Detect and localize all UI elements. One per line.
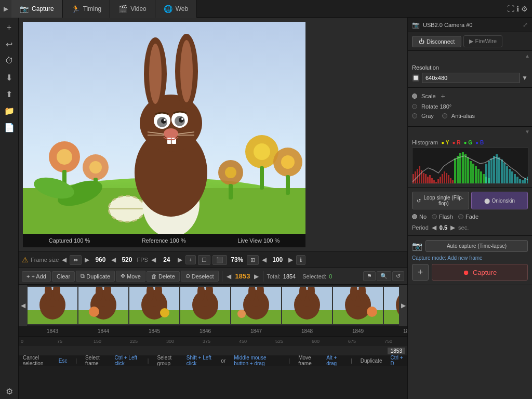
sidebar-timer-button[interactable]: ⏱ bbox=[2, 53, 17, 69]
frame-thumb-1845[interactable] bbox=[129, 286, 180, 325]
svg-point-30 bbox=[149, 44, 162, 104]
resolution-label: Resolution bbox=[412, 64, 528, 71]
status-move-key: Move frame bbox=[298, 355, 318, 366]
resolution-select[interactable]: 640x480 1280x720 1920x1080 bbox=[422, 73, 520, 83]
status-select-key: Select frame bbox=[85, 355, 106, 366]
move-button[interactable]: ✥ Move bbox=[116, 271, 145, 282]
delete-button[interactable]: 🗑 Delete bbox=[147, 271, 180, 282]
ruler-600: 600 bbox=[311, 339, 347, 344]
fps-decrease-button[interactable]: ◀ bbox=[150, 256, 157, 263]
svg-rect-149 bbox=[467, 157, 469, 184]
frame-thumb-1847[interactable] bbox=[231, 286, 282, 325]
tab-web[interactable]: 🌐 Web bbox=[155, 0, 197, 18]
period-decrease-button[interactable]: ◀ bbox=[432, 224, 436, 231]
extra-decrease-button[interactable]: ◀ bbox=[261, 256, 268, 263]
top-right-icons: ⛶ ℹ ⚙ bbox=[507, 5, 532, 13]
frame-thumb-1848[interactable] bbox=[282, 286, 332, 325]
svg-point-83 bbox=[237, 310, 246, 318]
tab-timing-label: Timing bbox=[83, 5, 102, 12]
panel-resize-icon[interactable]: ⤢ bbox=[523, 21, 528, 29]
svg-rect-143 bbox=[452, 180, 454, 184]
info-frame-button[interactable]: ℹ bbox=[296, 255, 305, 265]
frame-next-button[interactable]: ▶ bbox=[253, 273, 260, 280]
flash-radio[interactable] bbox=[432, 214, 437, 219]
add-button[interactable]: + + Add bbox=[22, 271, 51, 282]
fps-increase-button[interactable]: ▶ bbox=[177, 256, 183, 263]
resolution-dropdown-icon[interactable]: ▼ bbox=[522, 74, 528, 82]
grid-view-button[interactable]: ⊞ bbox=[247, 255, 259, 265]
scale-plus-icon[interactable]: + bbox=[441, 92, 445, 100]
settings-icon[interactable]: ⚙ bbox=[521, 5, 528, 13]
timeline-icon1[interactable]: ⚑ bbox=[363, 271, 376, 281]
fade-radio[interactable] bbox=[458, 214, 463, 219]
svg-rect-14 bbox=[286, 175, 290, 195]
add-frame-small-button[interactable]: + bbox=[185, 255, 196, 264]
frame-thumb-1843[interactable] bbox=[27, 286, 78, 325]
width-decrease-button[interactable]: ◀ bbox=[61, 256, 68, 263]
frame-thumb-1849[interactable] bbox=[332, 286, 383, 325]
move-label: Move bbox=[127, 273, 141, 280]
frame-thumb-1846[interactable] bbox=[180, 286, 231, 325]
scroll-up-icon[interactable]: ▲ bbox=[525, 53, 530, 59]
antialias-radio[interactable] bbox=[442, 113, 447, 118]
svg-point-13 bbox=[281, 155, 295, 169]
main-capture-button[interactable]: ⏺ Capture bbox=[432, 264, 528, 281]
sidebar-arrow-button[interactable]: ↩ bbox=[2, 36, 17, 52]
sidebar-upload-button[interactable]: ⬆ bbox=[2, 86, 17, 102]
extra-increase-button[interactable]: ▶ bbox=[287, 256, 294, 263]
channel-b[interactable]: ● B bbox=[475, 140, 484, 145]
timeline-icon3[interactable]: ↺ bbox=[392, 271, 404, 281]
sidebar-gear-button[interactable]: ⚙ bbox=[2, 383, 17, 399]
clear-button[interactable]: Clear bbox=[52, 271, 75, 282]
timeline-icon2[interactable]: 🔍 bbox=[377, 271, 391, 281]
deselect-button[interactable]: ⊙ Deselect bbox=[181, 271, 219, 282]
frame-num-1845: 1845 bbox=[129, 328, 180, 334]
gray-radio[interactable] bbox=[412, 113, 417, 118]
loop-single-label: Loop single (Flip-flop) bbox=[423, 195, 464, 206]
period-increase-button[interactable]: ▶ bbox=[450, 224, 455, 231]
frame-prev-button[interactable]: ◀ bbox=[225, 273, 232, 280]
add-capture-frame-button[interactable]: + bbox=[412, 264, 429, 281]
height-decrease-button[interactable]: ◀ bbox=[110, 256, 117, 263]
no-radio[interactable] bbox=[412, 214, 417, 219]
sidebar-download-button[interactable]: ⬇ bbox=[2, 70, 17, 85]
timing-tab-icon: 🏃 bbox=[71, 5, 80, 13]
right-panel: 📷 USB2.0 Camera #0 ⤢ ⏻ Disconnect ▶ Fire… bbox=[407, 18, 532, 399]
svg-rect-164 bbox=[501, 159, 503, 184]
scale-radio[interactable] bbox=[412, 94, 417, 99]
frame-resize-icon[interactable]: ⇔ bbox=[70, 255, 82, 265]
ruler-525: 525 bbox=[274, 339, 311, 344]
frame-thumb-1844[interactable] bbox=[78, 286, 129, 325]
tab-timing[interactable]: 🏃 Timing bbox=[63, 0, 111, 18]
scroll-down-icon[interactable]: ▼ bbox=[525, 129, 530, 135]
firewire-button[interactable]: ▶ FireWire bbox=[463, 35, 502, 47]
info-icon[interactable]: ℹ bbox=[516, 5, 519, 13]
channel-y[interactable]: ● Y bbox=[441, 140, 449, 145]
duplicate-button[interactable]: ⧉ Duplicate bbox=[76, 271, 115, 282]
auto-capture-button[interactable]: Auto capture (Time-lapse) bbox=[425, 240, 528, 252]
channel-r[interactable]: ● R bbox=[452, 140, 460, 145]
fullscreen-icon[interactable]: ⛶ bbox=[507, 5, 514, 13]
svg-point-38 bbox=[179, 117, 184, 123]
tab-video[interactable]: 🎬 Video bbox=[110, 0, 155, 18]
frame-grid-button[interactable]: ⬛ bbox=[212, 255, 227, 265]
svg-rect-151 bbox=[472, 164, 474, 184]
capture-mode-text: Capture mode: Add new frame bbox=[412, 255, 528, 261]
sidebar-folder-button[interactable]: 📁 bbox=[2, 103, 17, 118]
sidebar-add-button[interactable]: + bbox=[2, 20, 17, 35]
rotate-radio[interactable] bbox=[412, 104, 417, 109]
svg-rect-168 bbox=[511, 171, 513, 184]
timeline-right-arrow[interactable]: ▶ bbox=[399, 285, 407, 326]
onionskin-button[interactable]: ⬤ Onionskin bbox=[471, 192, 528, 209]
frame-view-button[interactable]: ☐ bbox=[198, 255, 210, 265]
channel-g[interactable]: ● G bbox=[463, 140, 472, 145]
frame-thumb-1850[interactable] bbox=[383, 286, 399, 325]
width-increase-button[interactable]: ▶ bbox=[84, 256, 90, 263]
disconnect-button[interactable]: ⏻ Disconnect bbox=[412, 36, 461, 47]
nav-back-button[interactable]: ▶ bbox=[0, 0, 11, 18]
sidebar-file-button[interactable]: 📄 bbox=[2, 119, 17, 135]
tab-capture[interactable]: 📷 Capture bbox=[11, 0, 63, 18]
timeline-left-arrow[interactable]: ◀ bbox=[19, 285, 27, 326]
svg-rect-153 bbox=[477, 169, 480, 184]
loop-single-button[interactable]: ↺ Loop single (Flip-flop) bbox=[412, 192, 469, 209]
